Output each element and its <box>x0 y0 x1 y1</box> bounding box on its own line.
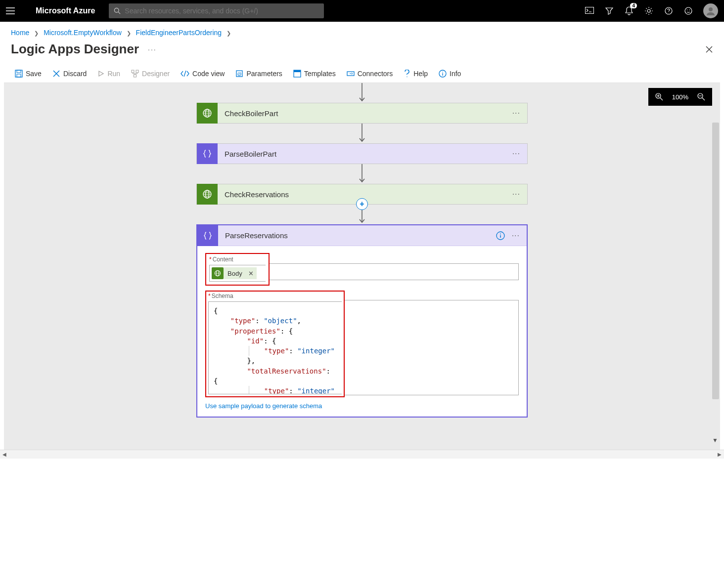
close-icon[interactable] <box>705 45 713 53</box>
top-icons: 4 <box>585 6 693 16</box>
top-bar: Microsoft Azure 4 <box>0 0 724 22</box>
breadcrumb-ordering[interactable]: FieldEngineerPartsOrdering <box>136 29 222 37</box>
templates-button[interactable]: Templates <box>293 70 336 78</box>
save-button[interactable]: Save <box>15 70 42 78</box>
zoom-in-icon[interactable] <box>655 93 663 101</box>
notification-badge: 4 <box>630 3 637 8</box>
svg-rect-10 <box>17 74 21 77</box>
card-menu-icon[interactable]: ··· <box>512 231 520 240</box>
command-bar: Save Discard Run Designer Code view @ Pa… <box>4 66 720 83</box>
card-title: CheckBoilerPart <box>218 109 278 118</box>
help-button[interactable]: Help <box>404 70 428 78</box>
braces-icon <box>197 143 218 164</box>
play-icon <box>97 70 104 77</box>
workflow: CheckBoilerPart ··· ParseBoilerPart ··· … <box>196 83 528 418</box>
hamburger-icon[interactable] <box>6 7 22 14</box>
remove-token-icon[interactable]: ✕ <box>246 270 256 277</box>
page-title: Logic Apps Designer <box>11 42 139 57</box>
chevron-right-icon: ❯ <box>127 30 131 36</box>
scroll-down-icon[interactable]: ▼ <box>712 437 718 444</box>
breadcrumb-home[interactable]: Home <box>11 29 29 37</box>
cloud-shell-icon[interactable] <box>585 6 594 16</box>
horizontal-scrollbar[interactable]: ◀ ▶ <box>0 450 724 459</box>
parameters-button[interactable]: @ Parameters <box>235 70 282 78</box>
designer-canvas[interactable]: 100% ▼ CheckBoilerPart ··· ParseBoilerPa… <box>4 83 720 450</box>
card-body: *Content Body ✕ <box>197 246 527 417</box>
svg-text:@: @ <box>237 72 242 77</box>
svg-point-6 <box>689 9 690 10</box>
zoom-level: 100% <box>672 93 688 101</box>
add-step-button[interactable]: + <box>356 198 368 210</box>
feedback-icon[interactable] <box>683 6 693 16</box>
card-title: CheckReservations <box>218 190 289 199</box>
settings-icon[interactable] <box>644 6 654 16</box>
breadcrumb-workflow[interactable]: Microsoft.EmptyWorkflow <box>44 29 122 37</box>
zoom-out-icon[interactable] <box>697 93 705 101</box>
card-check-boiler-part[interactable]: CheckBoilerPart ··· <box>196 103 528 124</box>
svg-rect-11 <box>132 70 134 73</box>
scroll-left-icon[interactable]: ◀ <box>0 452 9 457</box>
svg-point-5 <box>687 9 688 10</box>
filter-icon[interactable] <box>604 6 614 16</box>
svg-rect-9 <box>17 70 21 73</box>
globe-icon <box>197 103 218 124</box>
card-parse-reservations: ParseReservations ··· *Content <box>196 224 528 418</box>
body-token[interactable]: Body ✕ <box>212 267 257 279</box>
connectors-icon <box>347 70 355 77</box>
globe-icon <box>197 184 218 205</box>
chevron-right-icon: ❯ <box>34 30 39 36</box>
discard-button[interactable]: Discard <box>52 70 87 78</box>
arrow-icon: + <box>359 205 365 224</box>
globe-icon <box>212 267 224 279</box>
svg-rect-8 <box>15 70 22 77</box>
parameters-icon: @ <box>235 70 243 78</box>
info-button[interactable]: Info <box>439 70 461 78</box>
card-title: ParseReservations <box>218 231 496 240</box>
search-box[interactable] <box>109 3 324 18</box>
schema-editor[interactable]: { "type": "object", "properties": { "id"… <box>208 301 342 394</box>
breadcrumb: Home ❯ Microsoft.EmptyWorkflow ❯ FieldEn… <box>0 22 724 40</box>
svg-point-4 <box>685 7 692 14</box>
svg-rect-17 <box>294 70 301 72</box>
templates-icon <box>293 70 301 78</box>
svg-rect-12 <box>136 70 138 73</box>
card-parse-boiler-part[interactable]: ParseBoilerPart ··· <box>196 143 528 164</box>
codeview-button[interactable]: Code view <box>181 70 225 78</box>
save-icon <box>15 70 23 78</box>
chevron-right-icon: ❯ <box>226 30 231 36</box>
content-input[interactable]: Body ✕ <box>209 265 266 282</box>
card-menu-icon[interactable]: ··· <box>512 109 520 118</box>
scroll-right-icon[interactable]: ▶ <box>715 452 724 457</box>
svg-rect-1 <box>586 7 594 14</box>
vertical-scrollbar[interactable] <box>712 123 719 399</box>
run-button: Run <box>97 70 120 78</box>
arrow-icon <box>359 164 365 184</box>
svg-point-20 <box>442 72 443 73</box>
designer-button: Designer <box>131 70 170 78</box>
card-menu-icon[interactable]: ··· <box>512 190 520 199</box>
svg-point-2 <box>647 9 650 12</box>
brand-label: Microsoft Azure <box>36 6 95 15</box>
svg-point-0 <box>115 8 119 12</box>
connectors-button[interactable]: Connectors <box>347 70 393 78</box>
content-field-highlight: *Content Body ✕ <box>205 253 270 286</box>
title-more-icon[interactable]: ··· <box>148 45 157 53</box>
svg-rect-13 <box>134 75 136 77</box>
info-icon <box>439 70 447 78</box>
designer-icon <box>131 70 139 78</box>
card-menu-icon[interactable]: ··· <box>512 149 520 158</box>
sample-payload-link[interactable]: Use sample payload to generate schema <box>205 402 322 410</box>
card-info-icon[interactable] <box>496 231 505 240</box>
title-bar: Logic Apps Designer ··· <box>0 40 724 66</box>
schema-editor-extension[interactable] <box>345 300 519 395</box>
svg-point-7 <box>709 7 713 11</box>
code-icon <box>181 70 189 77</box>
notifications-icon[interactable]: 4 <box>624 6 634 16</box>
card-header[interactable]: ParseReservations ··· <box>197 225 527 246</box>
search-input[interactable] <box>125 7 319 15</box>
card-title: ParseBoilerPart <box>218 150 276 158</box>
zoom-control: 100% <box>648 88 712 106</box>
avatar[interactable] <box>703 3 718 18</box>
content-input-extension[interactable] <box>270 263 519 280</box>
help-icon[interactable] <box>664 6 674 16</box>
